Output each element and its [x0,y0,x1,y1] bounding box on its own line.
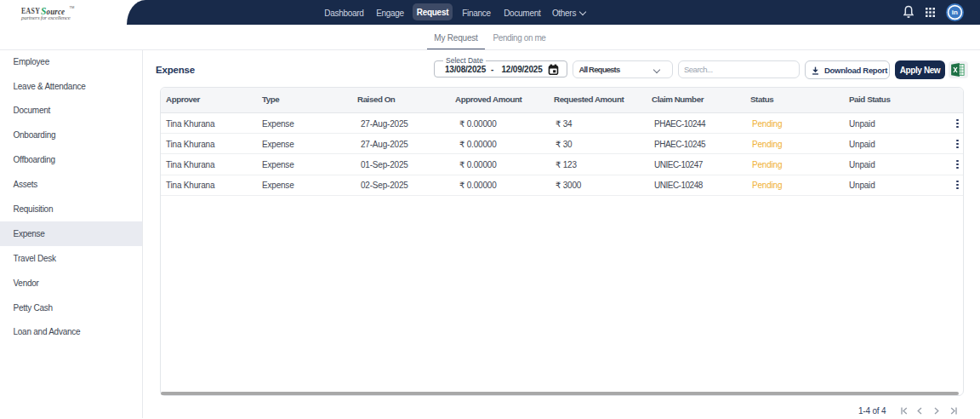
svg-text:in: in [951,9,957,16]
